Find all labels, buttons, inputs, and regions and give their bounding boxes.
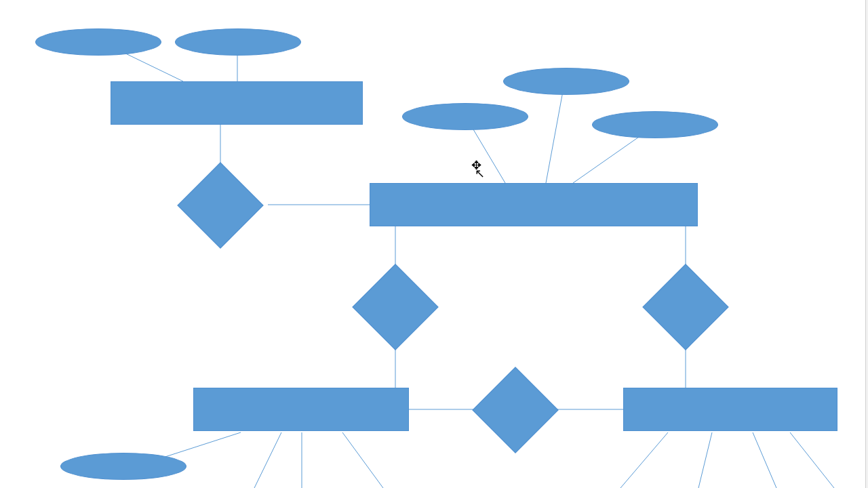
attr-capacity[interactable]	[592, 111, 718, 138]
rel-admits-label	[340, 277, 450, 338]
svg-line-20	[790, 432, 834, 488]
entity-doctor[interactable]	[623, 388, 837, 431]
attr-wid[interactable]	[402, 103, 528, 130]
rel-treat[interactable]	[485, 380, 546, 441]
move-cursor-icon: ✥ ↖	[471, 161, 485, 178]
rel-has1-label	[165, 175, 275, 236]
svg-line-18	[698, 432, 712, 488]
attr-hid[interactable]	[35, 28, 161, 56]
attr-name[interactable]	[175, 28, 301, 56]
svg-line-16	[342, 432, 383, 488]
rel-has-hospital-ward[interactable]	[190, 175, 251, 236]
rel-treat-label	[460, 380, 570, 441]
svg-line-6	[573, 136, 641, 183]
svg-line-14	[254, 432, 281, 488]
entity-patient[interactable]	[193, 388, 409, 431]
svg-line-4	[471, 126, 505, 183]
svg-line-5	[546, 92, 563, 183]
svg-line-17	[620, 432, 668, 488]
attr-wname[interactable]	[503, 68, 629, 95]
entity-ward[interactable]	[370, 183, 698, 226]
attr-pid[interactable]	[60, 453, 186, 480]
right-edge	[865, 0, 868, 488]
row-headers	[0, 0, 31, 488]
svg-line-0	[119, 50, 183, 81]
svg-line-19	[753, 432, 776, 488]
entity-hospital[interactable]	[111, 81, 363, 125]
rel-admits[interactable]	[365, 277, 426, 338]
rel-has-ward-doctor[interactable]	[655, 277, 716, 338]
diagram-canvas: ✥ ↖	[31, 0, 868, 488]
rel-has2-label	[631, 277, 741, 338]
